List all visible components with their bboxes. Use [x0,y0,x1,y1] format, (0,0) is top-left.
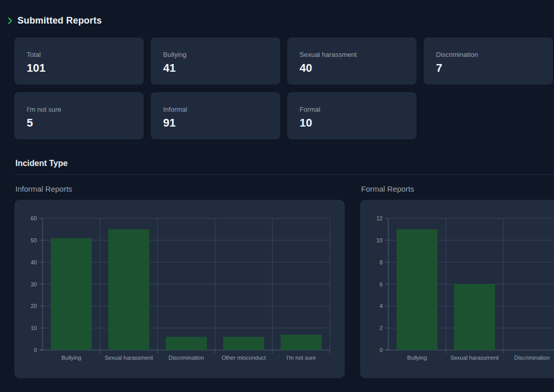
stat-card-total: Total101 [14,37,144,85]
stat-card-label: Formal [300,106,417,113]
stat-card-value: 41 [163,61,280,75]
stat-card-label: Sexual harassment [300,51,417,58]
stat-card-label: I'm not sure [27,106,144,113]
x-category-label: Bullying [62,355,82,361]
y-tick-label: 20 [31,303,37,309]
x-category-label: Bullying [407,355,427,361]
informal-reports-block: Informal Reports 0102030405060BullyingSe… [14,184,345,378]
charts-row: Informal Reports 0102030405060BullyingSe… [14,184,554,378]
y-tick-label: 50 [31,237,37,243]
stats-card-grid: Total101Bullying41Sexual harassment40Dis… [14,37,554,139]
y-tick-label: 40 [31,259,37,265]
formal-reports-bar-chart[interactable]: 024681012BullyingSexual harassmentDiscri… [360,200,554,378]
y-tick-label: 0 [380,347,383,353]
y-tick-label: 10 [377,237,383,243]
stat-card-bullying: Bullying41 [151,37,280,85]
stat-card-value: 10 [300,116,417,130]
bar-sexual-harassment[interactable] [454,284,495,350]
stat-card-value: 91 [163,116,280,130]
y-tick-label: 0 [34,347,37,353]
stat-card-sexual-harassment: Sexual harassment40 [287,37,417,85]
stat-card-formal: Formal10 [287,92,417,139]
y-tick-label: 30 [31,281,37,287]
formal-reports-block: Formal Reports 024681012BullyingSexual h… [360,184,554,378]
y-tick-label: 60 [31,215,37,221]
stat-card-informal: Informal91 [151,92,280,139]
bar-sexual-harassment[interactable] [108,229,149,350]
bar-i-m-not-sure[interactable] [281,335,322,350]
stat-card-label: Informal [163,106,280,113]
bar-discrimination[interactable] [166,337,207,350]
informal-reports-bar-chart[interactable]: 0102030405060BullyingSexual harassmentDi… [14,200,345,378]
section-divider [14,174,554,175]
formal-reports-panel: 024681012BullyingSexual harassmentDiscri… [360,200,554,378]
incident-type-heading: Incident Type [15,159,554,168]
x-category-label: Discrimination [514,355,549,361]
stat-card-label: Total [27,51,144,58]
submitted-reports-header[interactable]: Submitted Reports [7,15,554,26]
informal-reports-panel: 0102030405060BullyingSexual harassmentDi… [14,200,345,378]
stat-card-value: 7 [436,61,553,75]
y-tick-label: 10 [31,325,37,331]
x-category-label: Discrimination [168,355,204,361]
stat-card-i-m-not-sure: I'm not sure5 [14,92,144,139]
y-tick-label: 4 [380,303,383,309]
dashboard-page: Submitted Reports Total101Bullying41Sexu… [0,0,554,378]
formal-reports-title: Formal Reports [361,184,554,193]
stat-card-value: 101 [27,61,144,75]
stat-card-label: Discrimination [436,51,553,58]
stat-card-value: 40 [300,61,417,75]
x-category-label: Sexual harassment [450,355,499,361]
y-tick-label: 2 [380,325,383,331]
bar-other-misconduct[interactable] [223,337,264,350]
stat-card-label: Bullying [163,51,280,58]
x-category-label: Other misconduct [222,355,266,361]
stat-card-discrimination: Discrimination7 [424,37,553,85]
chevron-right-icon [7,17,13,25]
bar-bullying[interactable] [397,229,438,350]
bar-bullying[interactable] [51,238,92,350]
x-category-label: I'm not sure [286,355,315,361]
x-category-label: Sexual harassment [105,355,153,361]
page-title: Submitted Reports [17,15,102,26]
stat-card-value: 5 [27,116,144,130]
y-tick-label: 8 [380,259,383,265]
informal-reports-title: Informal Reports [15,184,345,193]
y-tick-label: 6 [380,281,383,287]
y-tick-label: 12 [377,215,383,221]
